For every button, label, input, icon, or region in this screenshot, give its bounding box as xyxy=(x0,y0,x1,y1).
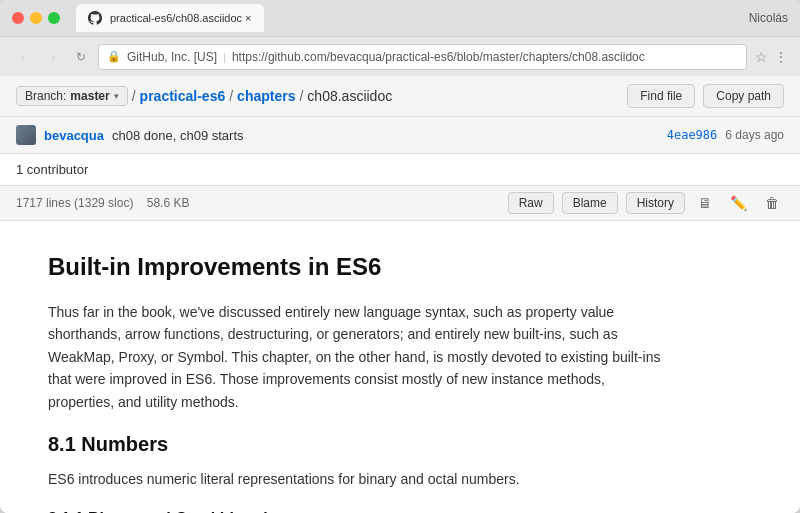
title-bar: practical-es6/ch08.asciidoc × Nicolás xyxy=(0,0,800,36)
contributor-count: 1 contributor xyxy=(16,162,88,177)
file-stats: 1717 lines (1329 sloc) 58.6 KB xyxy=(16,196,189,210)
github-header: Branch: master ▾ / practical-es6 / chapt… xyxy=(0,76,800,117)
tab-bar: practical-es6/ch08.asciidoc × xyxy=(76,4,741,32)
nav-actions: ☆ ⋮ xyxy=(755,49,788,65)
blame-button[interactable]: Blame xyxy=(562,192,618,214)
pencil-icon[interactable]: ✏️ xyxy=(725,192,752,214)
address-domain: github.com/bevacqua/practical-es6/blob/m… xyxy=(268,50,645,64)
doc-intro-paragraph: Thus far in the book, we've discussed en… xyxy=(48,301,672,413)
doc-numbers-paragraph: ES6 introduces numeric literal represent… xyxy=(48,468,672,490)
find-file-button[interactable]: Find file xyxy=(627,84,695,108)
branch-selector[interactable]: Branch: master ▾ xyxy=(16,86,128,106)
extensions-icon[interactable]: ⋮ xyxy=(774,49,788,65)
branch-name: master xyxy=(70,89,109,103)
breadcrumb-sep-1: / xyxy=(132,88,136,104)
commit-hash[interactable]: 4eae986 xyxy=(667,128,718,142)
file-lines: 1717 lines (1329 sloc) xyxy=(16,196,133,210)
refresh-button[interactable]: ↻ xyxy=(72,48,90,66)
bookmark-icon[interactable]: ☆ xyxy=(755,49,768,65)
commit-author[interactable]: bevacqua xyxy=(44,128,104,143)
breadcrumb-sep-3: / xyxy=(299,88,303,104)
breadcrumb-sep-2: / xyxy=(229,88,233,104)
github-header-actions: Find file Copy path xyxy=(627,84,784,108)
tab-title: practical-es6/ch08.asciidoc × xyxy=(110,12,252,24)
address-protocol: https:// xyxy=(232,50,268,64)
monitor-icon[interactable]: 🖥 xyxy=(693,192,717,214)
forward-button[interactable]: › xyxy=(42,46,64,68)
file-actions: Raw Blame History 🖥 ✏️ 🗑 xyxy=(508,192,784,214)
avatar xyxy=(16,125,36,145)
browser-tab[interactable]: practical-es6/ch08.asciidoc × xyxy=(76,4,264,32)
avatar-image xyxy=(16,125,36,145)
commit-message: ch08 done, ch09 starts xyxy=(112,128,244,143)
branch-label: Branch: xyxy=(25,89,66,103)
commit-row: bevacqua ch08 done, ch09 starts 4eae986 … xyxy=(0,117,800,154)
history-button[interactable]: History xyxy=(626,192,685,214)
back-button[interactable]: ‹ xyxy=(12,46,34,68)
address-separator: | xyxy=(223,51,226,63)
breadcrumb: Branch: master ▾ / practical-es6 / chapt… xyxy=(16,86,392,106)
address-bar[interactable]: 🔒 GitHub, Inc. [US] | https://github.com… xyxy=(98,44,747,70)
trash-icon[interactable]: 🗑 xyxy=(760,192,784,214)
branch-chevron-icon: ▾ xyxy=(114,91,119,101)
raw-button[interactable]: Raw xyxy=(508,192,554,214)
secure-lock-icon: 🔒 xyxy=(107,50,121,63)
breadcrumb-repo-link[interactable]: practical-es6 xyxy=(140,88,226,104)
breadcrumb-folder-link[interactable]: chapters xyxy=(237,88,295,104)
doc-section-numbers: 8.1 Numbers xyxy=(48,433,672,456)
commit-time: 6 days ago xyxy=(725,128,784,142)
address-secure-label: GitHub, Inc. [US] xyxy=(127,50,217,64)
browser-window: practical-es6/ch08.asciidoc × Nicolás ‹ … xyxy=(0,0,800,513)
contributor-row: 1 contributor xyxy=(0,154,800,186)
commit-meta: 4eae986 6 days ago xyxy=(667,128,784,142)
nav-bar: ‹ › ↻ 🔒 GitHub, Inc. [US] | https://gith… xyxy=(0,36,800,76)
user-name: Nicolás xyxy=(749,11,788,25)
maximize-button[interactable] xyxy=(48,12,60,24)
breadcrumb-file: ch08.asciidoc xyxy=(307,88,392,104)
address-url: https://github.com/bevacqua/practical-es… xyxy=(232,50,645,64)
file-size: 58.6 KB xyxy=(147,196,190,210)
page-content: Branch: master ▾ / practical-es6 / chapt… xyxy=(0,76,800,513)
file-info-row: 1717 lines (1329 sloc) 58.6 KB Raw Blame… xyxy=(0,186,800,221)
close-button[interactable] xyxy=(12,12,24,24)
copy-path-button[interactable]: Copy path xyxy=(703,84,784,108)
doc-title: Built-in Improvements in ES6 xyxy=(48,253,672,281)
traffic-lights xyxy=(12,12,60,24)
minimize-button[interactable] xyxy=(30,12,42,24)
github-tab-icon xyxy=(88,11,102,25)
commit-info: bevacqua ch08 done, ch09 starts xyxy=(16,125,244,145)
document-content: Built-in Improvements in ES6 Thus far in… xyxy=(0,221,720,513)
